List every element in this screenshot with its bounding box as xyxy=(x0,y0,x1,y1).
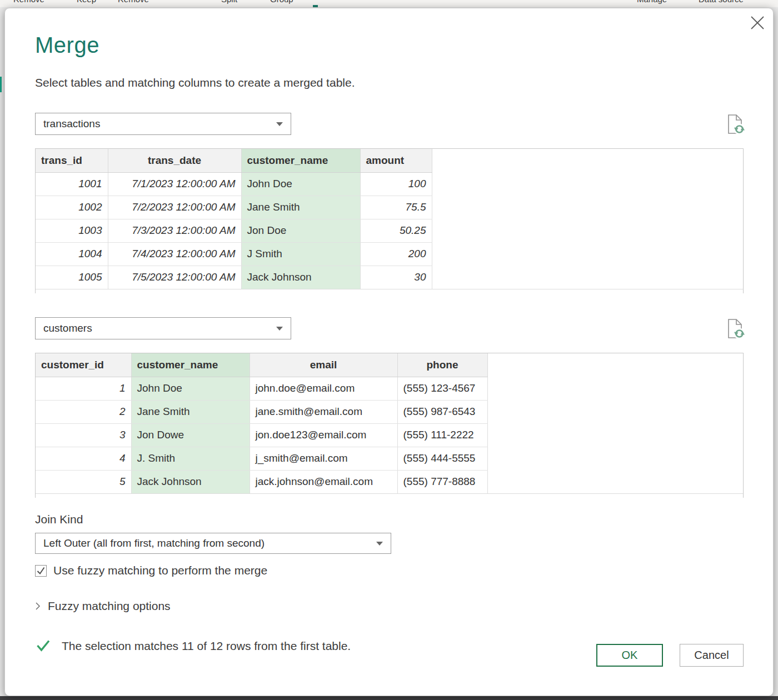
table-cell[interactable]: 1003 xyxy=(36,219,108,242)
second-table-scroll-strip[interactable] xyxy=(36,493,743,498)
first-table-preview: trans_idtrans_datecustomer_nameamount100… xyxy=(35,148,744,293)
table-cell[interactable]: 5 xyxy=(36,470,131,493)
table-cell[interactable]: 7/2/2023 12:00:00 AM xyxy=(108,196,241,219)
join-kind-label: Join Kind xyxy=(35,513,83,526)
chevron-down-icon xyxy=(276,327,283,331)
table-cell[interactable]: 1001 xyxy=(36,172,108,196)
table-filler xyxy=(432,196,743,219)
column-header-amount[interactable]: amount xyxy=(360,149,432,172)
table-cell[interactable]: Jon Doe xyxy=(241,219,360,242)
match-status: The selection matches 11 of 12 rows from… xyxy=(36,639,351,653)
table-filler xyxy=(432,266,743,289)
table-cell[interactable]: 50.25 xyxy=(360,219,432,242)
table-cell[interactable]: (555) 111-2222 xyxy=(397,423,487,447)
table-cell[interactable]: J. Smith xyxy=(131,447,250,470)
table-cell[interactable]: Jack Johnson xyxy=(241,266,360,289)
second-table-selector[interactable]: customers xyxy=(35,317,291,339)
table-cell[interactable]: 7/4/2023 12:00:00 AM xyxy=(108,242,241,266)
table-cell[interactable]: Jane Smith xyxy=(241,196,360,219)
first-table-selector[interactable]: transactions xyxy=(35,113,291,135)
table-cell[interactable]: (555) 987-6543 xyxy=(397,400,487,423)
chevron-down-icon xyxy=(376,542,383,546)
ribbon-fragment: Keep xyxy=(77,0,96,4)
first-table-selector-value: transactions xyxy=(43,118,272,130)
table-filler xyxy=(432,172,743,196)
second-table-preview: customer_idcustomer_nameemailphone1John … xyxy=(35,353,744,498)
close-icon[interactable] xyxy=(750,15,765,31)
refresh-preview-icon[interactable] xyxy=(725,317,746,341)
table-cell[interactable]: J Smith xyxy=(241,242,360,266)
table-cell[interactable]: John Doe xyxy=(241,172,360,196)
table-cell[interactable]: 1002 xyxy=(36,196,108,219)
table-filler xyxy=(432,219,743,242)
table-cell[interactable]: Jon Dowe xyxy=(131,423,250,447)
table-cell[interactable]: Jane Smith xyxy=(131,400,250,423)
fuzzy-options-label[interactable]: Fuzzy matching options xyxy=(48,599,171,613)
ribbon-fragment: Remove xyxy=(118,0,149,4)
table-cell[interactable]: 75.5 xyxy=(360,196,432,219)
table-cell[interactable]: 3 xyxy=(36,423,131,447)
cancel-button[interactable]: Cancel xyxy=(680,644,744,667)
refresh-preview-icon[interactable] xyxy=(725,113,746,136)
dialog-title: Merge xyxy=(35,33,99,58)
table-cell[interactable]: 7/3/2023 12:00:00 AM xyxy=(108,219,241,242)
background-bottom-strip xyxy=(0,696,778,700)
first-table-scroll-strip[interactable] xyxy=(36,289,743,294)
table-cell[interactable]: Jack Johnson xyxy=(131,470,250,493)
table-cell[interactable]: j_smith@email.com xyxy=(250,447,397,470)
table-cell[interactable]: 200 xyxy=(360,242,432,266)
column-header-trans_id[interactable]: trans_id xyxy=(36,149,108,172)
column-header-email[interactable]: email xyxy=(250,353,397,377)
merge-dialog: Merge Select tables and matching columns… xyxy=(4,8,774,696)
table-cell[interactable]: 1004 xyxy=(36,242,108,266)
column-header-phone[interactable]: phone xyxy=(397,353,487,377)
table-cell[interactable]: 4 xyxy=(36,447,131,470)
fuzzy-matching-checkbox[interactable] xyxy=(35,565,47,577)
table-cell[interactable]: 7/5/2023 12:00:00 AM xyxy=(108,266,241,289)
table-filler xyxy=(487,423,743,447)
chevron-right-icon xyxy=(35,602,41,611)
column-header-customer_name[interactable]: customer_name xyxy=(131,353,250,377)
table-row: 4J. Smithj_smith@email.com(555) 444-5555 xyxy=(36,447,743,470)
dialog-subtitle: Select tables and matching columns to cr… xyxy=(35,76,355,89)
background-pane-sliver xyxy=(0,77,2,92)
fuzzy-matching-label[interactable]: Use fuzzy matching to perform the merge xyxy=(53,564,267,577)
table-cell[interactable]: jack.johnson@email.com xyxy=(250,470,397,493)
table-row: 1John Doejohn.doe@email.com(555) 123-456… xyxy=(36,377,743,400)
table-cell[interactable]: jon.doe123@email.com xyxy=(250,423,397,447)
column-header-trans_date[interactable]: trans_date xyxy=(108,149,241,172)
table-cell[interactable]: John Doe xyxy=(131,377,250,400)
join-kind-selector[interactable]: Left Outer (all from first, matching fro… xyxy=(35,533,391,554)
check-icon xyxy=(36,639,51,653)
table-cell[interactable]: 100 xyxy=(360,172,432,196)
column-header-customer_name[interactable]: customer_name xyxy=(241,149,360,172)
table-row: 3Jon Dowejon.doe123@email.com(555) 111-2… xyxy=(36,423,743,447)
ribbon-fragment: Manage xyxy=(637,0,667,4)
table-cell[interactable]: 30 xyxy=(360,266,432,289)
table-cell[interactable]: 2 xyxy=(36,400,131,423)
table-filler xyxy=(487,353,743,377)
fuzzy-options-expander[interactable]: Fuzzy matching options xyxy=(35,599,171,613)
table-cell[interactable]: 7/1/2023 12:00:00 AM xyxy=(108,172,241,196)
second-table-selector-value: customers xyxy=(43,322,272,334)
ribbon-fragment: Split xyxy=(221,0,237,4)
table-filler xyxy=(487,377,743,400)
fuzzy-matching-row: Use fuzzy matching to perform the merge xyxy=(35,564,267,577)
table-cell[interactable]: (555) 777-8888 xyxy=(397,470,487,493)
checkmark-icon xyxy=(36,566,46,576)
table-cell[interactable]: (555) 444-5555 xyxy=(397,447,487,470)
second-table: customer_idcustomer_nameemailphone1John … xyxy=(36,353,743,493)
table-cell[interactable]: 1 xyxy=(36,377,131,400)
table-row: 2Jane Smithjane.smith@email.com(555) 987… xyxy=(36,400,743,423)
table-cell[interactable]: (555) 123-4567 xyxy=(397,377,487,400)
chevron-down-icon xyxy=(276,122,283,126)
ok-button[interactable]: OK xyxy=(596,644,663,667)
table-cell[interactable]: jane.smith@email.com xyxy=(250,400,397,423)
background-ribbon-strip: RemoveKeepRemoveSplitGroupManageData sou… xyxy=(0,0,778,7)
column-header-customer_id[interactable]: customer_id xyxy=(36,353,131,377)
table-filler xyxy=(487,447,743,470)
table-cell[interactable]: john.doe@email.com xyxy=(250,377,397,400)
table-cell[interactable]: 1005 xyxy=(36,266,108,289)
table-filler xyxy=(432,242,743,266)
table-filler xyxy=(487,400,743,423)
